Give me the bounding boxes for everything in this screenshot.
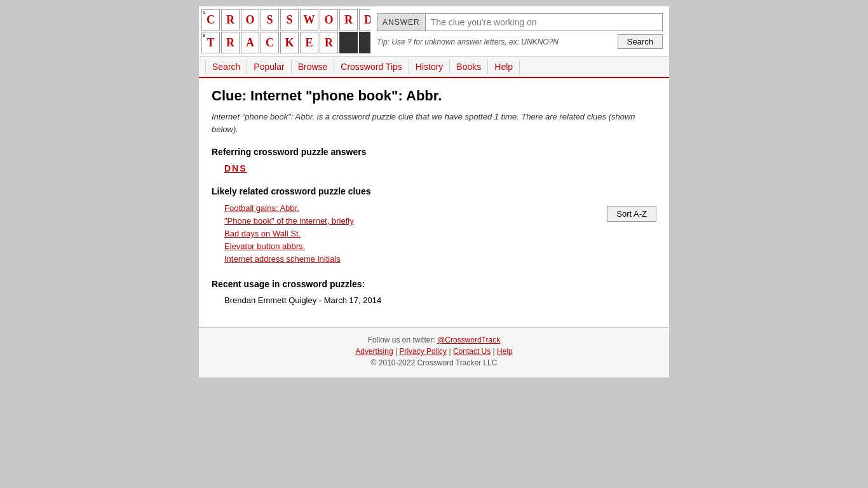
twitter-link[interactable]: @CrosswordTrack (437, 336, 500, 344)
answers-list: DNS (212, 163, 656, 173)
logo: 1C R O S S W O R D 8T R A C K E R (199, 6, 370, 56)
list-item: Bad days on Wall St. (224, 228, 594, 238)
header: 1C R O S S W O R D 8T R A C K E R (199, 6, 669, 57)
clue-link-elevator[interactable]: Elevator button abbrs. (224, 241, 305, 251)
related-heading: Likely related crossword puzzle clues (212, 186, 656, 196)
logo-cell-R2: R (339, 9, 358, 30)
logo-cell-R4: R (320, 32, 338, 53)
list-item: Elevator button abbrs. (224, 241, 594, 251)
clue-input[interactable] (425, 13, 663, 31)
copyright-text: © 2010-2022 Crossword Tracker LLC (371, 358, 498, 367)
search-bottom-row: Tip: Use ? for unknown answer letters, e… (377, 34, 663, 49)
follow-text: Follow us on twitter: (368, 336, 435, 344)
page-title: Clue: Internet "phone book": Abbr. (212, 88, 656, 104)
search-button[interactable]: Search (618, 34, 663, 49)
logo-cell-W: W (300, 9, 318, 30)
logo-cell-O1: O (241, 9, 259, 30)
main-content: Clue: Internet "phone book": Abbr. Inter… (199, 78, 669, 327)
footer-link-contact[interactable]: Contact Us (453, 347, 491, 356)
clue-description-italic: Internet "phone book": Abbr. (212, 112, 315, 121)
logo-cell-E: E (300, 32, 318, 53)
answers-section: Referring crossword puzzle answers DNS (212, 147, 656, 173)
logo-cell-D: D (359, 9, 370, 30)
logo-cell-C: 1C (201, 9, 220, 30)
footer-link-privacy[interactable]: Privacy Policy (399, 347, 447, 356)
nav-item-books[interactable]: Books (450, 60, 488, 74)
logo-cell-A: A (241, 32, 259, 53)
footer: Follow us on twitter: @CrosswordTrack Ad… (199, 327, 669, 377)
footer-link-help[interactable]: Help (497, 347, 513, 356)
nav-item-history[interactable]: History (409, 60, 451, 74)
footer-twitter-line: Follow us on twitter: @CrosswordTrack (205, 336, 663, 344)
logo-num8: 8 (203, 33, 205, 37)
logo-cell-S2: S (280, 9, 299, 30)
sort-area: Football gains: Abbr. "Phone book" of th… (212, 203, 656, 266)
answer-label: ANSWER (377, 13, 425, 31)
search-top-row: ANSWER (377, 13, 663, 31)
clue-link-phone-book[interactable]: "Phone book" of the internet, briefly (224, 216, 354, 226)
list-item: Brendan Emmett Quigley - March 17, 2014 (224, 295, 656, 305)
nav-item-crossword-tips[interactable]: Crossword Tips (334, 60, 409, 74)
clue-link-football[interactable]: Football gains: Abbr. (224, 203, 299, 213)
related-section: Likely related crossword puzzle clues Fo… (212, 186, 656, 266)
sort-button[interactable]: Sort A-Z (607, 206, 656, 222)
nav-item-search[interactable]: Search (205, 60, 247, 74)
usage-item-text: Brendan Emmett Quigley - March 17, 2014 (224, 295, 381, 305)
logo-cell-S1: S (261, 9, 279, 30)
related-clues-list: Football gains: Abbr. "Phone book" of th… (212, 203, 594, 266)
list-item: Internet address scheme initials (224, 254, 594, 264)
list-item: Football gains: Abbr. (224, 203, 594, 213)
outer-wrapper: 1C R O S S W O R D 8T R A C K E R (199, 6, 669, 377)
logo-cell-T: 8T (201, 32, 220, 53)
search-area: ANSWER Tip: Use ? for unknown answer let… (370, 6, 669, 56)
logo-cell-R1: R (221, 9, 240, 30)
nav-item-popular[interactable]: Popular (247, 60, 291, 74)
footer-links-line: Advertising | Privacy Policy | Contact U… (205, 347, 663, 356)
answer-link-dns[interactable]: DNS (224, 163, 247, 173)
logo-cell-dark2 (359, 32, 370, 53)
list-item: "Phone book" of the internet, briefly (224, 215, 594, 226)
logo-cell-O2: O (320, 9, 338, 30)
answer-item-dns: DNS (224, 163, 656, 173)
logo-cell-C2: C (261, 32, 279, 53)
nav-item-browse[interactable]: Browse (292, 60, 335, 74)
recent-list: Brendan Emmett Quigley - March 17, 2014 (212, 295, 656, 305)
tip-text: Tip: Use ? for unknown answer letters, e… (377, 37, 559, 46)
footer-link-advertising[interactable]: Advertising (355, 347, 393, 356)
nav-item-help[interactable]: Help (488, 60, 520, 74)
logo-cell-dark1 (339, 32, 358, 53)
recent-section: Recent usage in crossword puzzles: Brend… (212, 279, 656, 305)
footer-copyright-line: © 2010-2022 Crossword Tracker LLC (205, 358, 663, 367)
recent-heading: Recent usage in crossword puzzles: (212, 279, 656, 289)
answers-heading: Referring crossword puzzle answers (212, 147, 656, 157)
logo-num1: 1 (203, 10, 205, 15)
clue-description: Internet "phone book": Abbr. is a crossw… (212, 111, 656, 135)
navigation: Search Popular Browse Crossword Tips His… (199, 57, 669, 78)
logo-cell-K: K (280, 32, 299, 53)
logo-cell-R3: R (221, 32, 240, 53)
clue-link-bad-days[interactable]: Bad days on Wall St. (224, 229, 301, 238)
clue-link-internet-address[interactable]: Internet address scheme initials (224, 254, 341, 264)
